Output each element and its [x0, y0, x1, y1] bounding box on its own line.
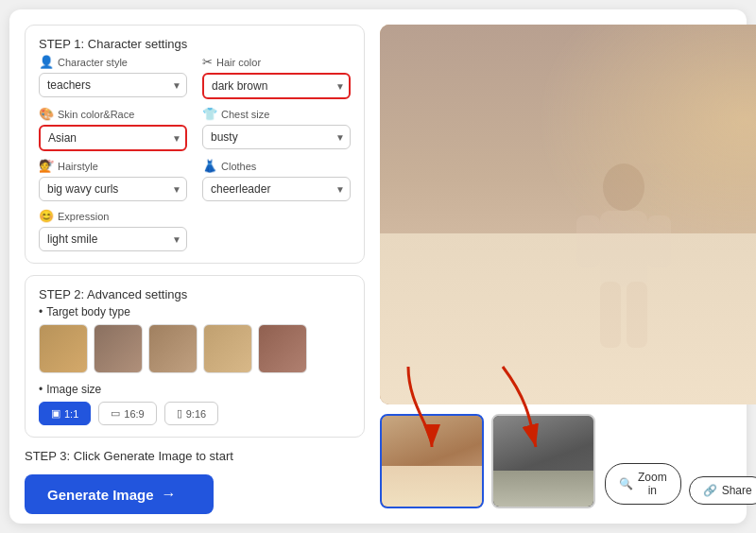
thumbnail-previews: [380, 414, 595, 508]
hair-color-label: ✂ Hair color: [202, 55, 351, 69]
body-type-label: Target body type: [39, 305, 351, 318]
hairstyle-label: 💇 Hairstyle: [39, 159, 187, 173]
action-buttons-group: 🔍 Zoom in 🔗 Share ⬇ Download: [605, 463, 756, 508]
character-style-select[interactable]: teachers student nurse: [39, 73, 187, 97]
step2-label: STEP 2:: [39, 287, 84, 301]
preview-thumb-2[interactable]: [491, 414, 595, 508]
fields-grid: 👤 Character style teachers student nurse…: [39, 55, 351, 251]
character-icon: 👤: [39, 55, 54, 69]
share-label: Share: [722, 484, 752, 497]
person-silhouette: [548, 159, 699, 386]
step3-label: STEP 3:: [25, 449, 70, 463]
expression-select[interactable]: light smile serious laugh: [39, 227, 187, 251]
size-9-16-button[interactable]: ▯ 9:16: [164, 402, 218, 425]
character-style-label: 👤 Character style: [39, 55, 187, 69]
chest-size-group: 👕 Chest size busty slim curvy ▼: [202, 107, 351, 151]
share-button[interactable]: 🔗 Share: [689, 476, 756, 505]
body-thumb-1[interactable]: [39, 324, 88, 373]
clothes-select[interactable]: cheerleader casual formal: [202, 177, 351, 201]
svg-rect-4: [600, 282, 621, 348]
clothes-icon: 👗: [202, 159, 217, 173]
body-thumb-5[interactable]: [258, 324, 307, 373]
share-icon: 🔗: [703, 484, 717, 497]
character-style-select-wrap: teachers student nurse ▼: [39, 73, 187, 97]
size-1-1-label: 1:1: [64, 408, 78, 420]
size-16-9-label: 16:9: [124, 408, 144, 420]
hairstyle-select[interactable]: big wavy curls straight ponytail: [39, 177, 187, 201]
svg-rect-2: [576, 215, 600, 267]
image-size-label: Image size: [39, 383, 351, 396]
main-image-area: [380, 25, 756, 404]
step3-title: STEP 3: Click Generate Image to start: [25, 449, 365, 463]
body-thumb-4[interactable]: [203, 324, 252, 373]
skin-icon: 🎨: [39, 107, 54, 121]
hair-icon: ✂: [202, 55, 213, 69]
step2-section: STEP 2: Advanced settings Target body ty…: [25, 275, 365, 438]
body-thumb-2[interactable]: [94, 324, 143, 373]
hairstyle-icon: 💇: [39, 159, 54, 173]
chest-size-select-wrap: busty slim curvy ▼: [202, 125, 351, 149]
hair-color-group: ✂ Hair color dark brown black blonde ▼: [202, 55, 351, 99]
hair-color-select[interactable]: dark brown black blonde: [202, 73, 351, 99]
size-16-9-icon: ▭: [111, 407, 120, 420]
skin-color-select-wrap: Asian Caucasian Latina ▼: [39, 125, 187, 151]
size-9-16-label: 9:16: [186, 408, 206, 420]
skin-color-label: 🎨 Skin color&Race: [39, 107, 187, 121]
clothes-group: 👗 Clothes cheerleader casual formal ▼: [202, 159, 351, 201]
body-thumbnails: [39, 324, 351, 373]
step1-section: STEP 1: Character settings 👤 Character s…: [25, 25, 365, 264]
size-1-1-icon: ▣: [51, 407, 60, 420]
hairstyle-group: 💇 Hairstyle big wavy curls straight pony…: [39, 159, 187, 201]
expression-label: 😊 Expression: [39, 209, 187, 223]
step2-title: STEP 2: Advanced settings: [39, 287, 351, 301]
chest-size-label: 👕 Chest size: [202, 107, 351, 121]
step2-text: Advanced settings: [84, 287, 187, 301]
zoom-icon: 🔍: [619, 477, 633, 490]
size-1-1-button[interactable]: ▣ 1:1: [39, 402, 91, 425]
left-panel: STEP 1: Character settings 👤 Character s…: [25, 25, 365, 508]
zoom-in-button[interactable]: 🔍 Zoom in: [605, 463, 681, 505]
hair-color-select-wrap: dark brown black blonde ▼: [202, 73, 351, 99]
preview-thumb-1[interactable]: [380, 414, 484, 508]
clothes-select-wrap: cheerleader casual formal ▼: [202, 177, 351, 201]
body-thumb-3[interactable]: [148, 324, 198, 373]
clothes-label: 👗 Clothes: [202, 159, 351, 173]
size-options: ▣ 1:1 ▭ 16:9 ▯ 9:16: [39, 402, 351, 425]
bottom-row: 🔍 Zoom in 🔗 Share ⬇ Download: [380, 414, 756, 508]
hairstyle-select-wrap: big wavy curls straight ponytail ▼: [39, 177, 187, 201]
skin-color-select[interactable]: Asian Caucasian Latina: [39, 125, 187, 151]
svg-rect-5: [627, 282, 647, 348]
right-panel: 🔍 Zoom in 🔗 Share ⬇ Download: [380, 25, 756, 508]
generate-image-button[interactable]: Generate Image →: [25, 474, 214, 514]
main-image-placeholder: [380, 25, 756, 404]
chest-icon: 👕: [202, 107, 217, 121]
size-16-9-button[interactable]: ▭ 16:9: [98, 402, 156, 425]
chest-size-select[interactable]: busty slim curvy: [202, 125, 351, 149]
step3-text: Click Generate Image to start: [70, 449, 233, 463]
expression-group: 😊 Expression light smile serious laugh ▼: [39, 209, 187, 251]
generate-label: Generate Image: [47, 487, 154, 503]
expression-icon: 😊: [39, 209, 54, 223]
step1-text: Character settings: [84, 37, 187, 51]
step1-label: STEP 1:: [39, 37, 84, 51]
arrow-icon: →: [162, 486, 177, 503]
zoom-label: Zoom in: [638, 471, 667, 497]
step1-title: STEP 1: Character settings: [39, 37, 351, 51]
expression-select-wrap: light smile serious laugh ▼: [39, 227, 187, 251]
svg-point-0: [603, 163, 644, 211]
skin-color-group: 🎨 Skin color&Race Asian Caucasian Latina…: [39, 107, 187, 151]
svg-rect-3: [647, 215, 671, 267]
size-9-16-icon: ▯: [177, 407, 182, 420]
step3-section: STEP 3: Click Generate Image to start Ge…: [25, 449, 365, 514]
svg-rect-1: [600, 211, 647, 286]
character-style-group: 👤 Character style teachers student nurse…: [39, 55, 187, 99]
